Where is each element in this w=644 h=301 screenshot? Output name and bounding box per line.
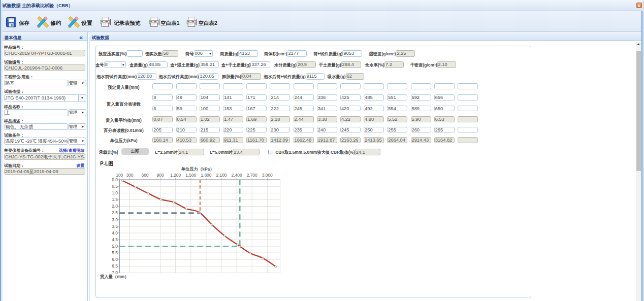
svg-text:贯入量（mm）: 贯入量（mm） bbox=[100, 274, 129, 279]
svg-text:4.5: 4.5 bbox=[112, 237, 118, 242]
svg-text:3.0: 3.0 bbox=[112, 217, 118, 222]
svg-text:300: 300 bbox=[126, 173, 133, 178]
svg-text:1.0: 1.0 bbox=[112, 190, 118, 195]
svg-text:1,500: 1,500 bbox=[185, 173, 196, 178]
svg-text:2,100: 2,100 bbox=[216, 173, 227, 178]
svg-text:2.5: 2.5 bbox=[112, 210, 118, 215]
svg-text:5.5: 5.5 bbox=[112, 250, 118, 255]
svg-text:2,400: 2,400 bbox=[232, 173, 242, 178]
svg-text:1,800: 1,800 bbox=[201, 173, 211, 178]
svg-text:6.5: 6.5 bbox=[112, 263, 118, 269]
svg-text:单位压力（kPa）: 单位压力（kPa） bbox=[180, 166, 214, 172]
svg-text:3,000: 3,000 bbox=[262, 173, 273, 178]
svg-text:1.5: 1.5 bbox=[112, 197, 118, 202]
svg-text:5.0: 5.0 bbox=[112, 244, 118, 249]
svg-text:0.5: 0.5 bbox=[112, 184, 118, 189]
svg-text:1,200: 1,200 bbox=[170, 173, 181, 178]
svg-text:900: 900 bbox=[157, 173, 164, 178]
svg-text:6.0: 6.0 bbox=[112, 257, 118, 262]
svg-text:4.0: 4.0 bbox=[112, 230, 118, 236]
svg-text:2.0: 2.0 bbox=[112, 204, 118, 209]
svg-text:0.0: 0.0 bbox=[112, 177, 118, 182]
svg-text:600: 600 bbox=[142, 173, 149, 178]
svg-text:100: 100 bbox=[116, 173, 123, 178]
svg-text:2,700: 2,700 bbox=[247, 173, 257, 178]
svg-text:P-L图: P-L图 bbox=[100, 161, 113, 166]
svg-text:3.5: 3.5 bbox=[112, 224, 118, 229]
